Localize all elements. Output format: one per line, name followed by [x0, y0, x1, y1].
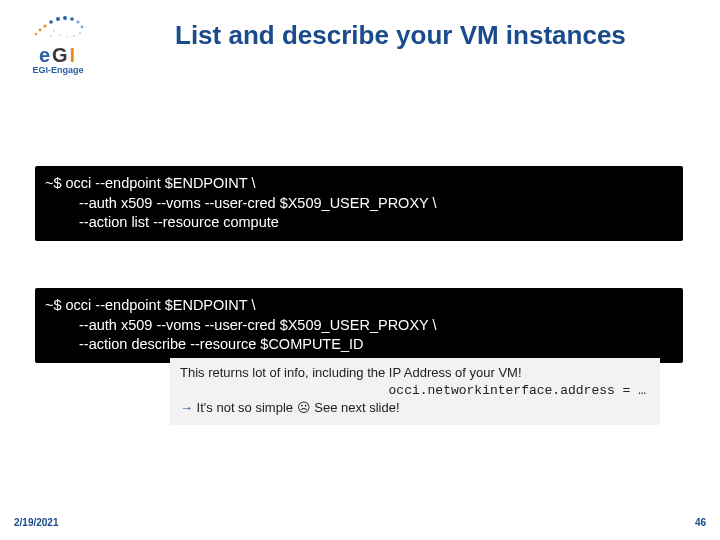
- code-line: ~$ occi --endpoint $ENDPOINT \: [45, 175, 255, 191]
- note-line-3: → It's not so simple ☹ See next slide!: [180, 399, 650, 417]
- svg-point-12: [59, 34, 61, 36]
- logo: eGI EGI-Engage: [8, 6, 108, 71]
- footer-page-number: 46: [695, 517, 706, 528]
- svg-point-6: [70, 17, 74, 21]
- svg-point-11: [66, 36, 68, 38]
- arrow-icon: →: [180, 400, 193, 415]
- svg-point-13: [53, 30, 55, 32]
- note-mono: occi.networkinterface.address = …: [180, 382, 650, 400]
- code-block-list: ~$ occi --endpoint $ENDPOINT \ --auth x5…: [35, 166, 683, 241]
- page-title: List and describe your VM instances: [175, 20, 626, 51]
- svg-point-1: [39, 29, 42, 32]
- logo-letter-e: e: [39, 44, 52, 66]
- svg-point-14: [50, 35, 52, 37]
- slide: eGI EGI-Engage List and describe your VM…: [0, 0, 720, 540]
- code-line: ~$ occi --endpoint $ENDPOINT \: [45, 297, 255, 313]
- code-line: --action describe --resource $COMPUTE_ID: [45, 335, 673, 355]
- logo-letter-g: G: [52, 44, 70, 66]
- logo-letter-i: I: [70, 44, 78, 66]
- code-line: --auth x509 --voms --user-cred $X509_USE…: [45, 194, 673, 214]
- svg-point-9: [79, 32, 81, 34]
- svg-point-2: [43, 24, 46, 27]
- logo-swirl-icon: [18, 6, 98, 44]
- code-block-describe: ~$ occi --endpoint $ENDPOINT \ --auth x5…: [35, 288, 683, 363]
- svg-point-0: [35, 33, 37, 35]
- note-text: See next slide!: [311, 400, 400, 415]
- logo-subtitle: EGI-Engage: [8, 65, 108, 75]
- svg-point-7: [76, 20, 79, 23]
- code-line: --auth x509 --voms --user-cred $X509_USE…: [45, 316, 673, 336]
- svg-point-4: [56, 17, 60, 21]
- svg-point-10: [73, 35, 75, 37]
- svg-point-3: [49, 20, 53, 24]
- svg-point-8: [81, 26, 84, 29]
- note-text: It's not so simple: [193, 400, 297, 415]
- note-box: This returns lot of info, including the …: [170, 358, 660, 425]
- footer-date: 2/19/2021: [14, 517, 59, 528]
- sad-face-icon: ☹: [297, 400, 311, 415]
- logo-text: eGI: [8, 44, 108, 67]
- note-line-1: This returns lot of info, including the …: [180, 364, 650, 382]
- code-line: --action list --resource compute: [45, 213, 673, 233]
- svg-point-5: [63, 16, 67, 20]
